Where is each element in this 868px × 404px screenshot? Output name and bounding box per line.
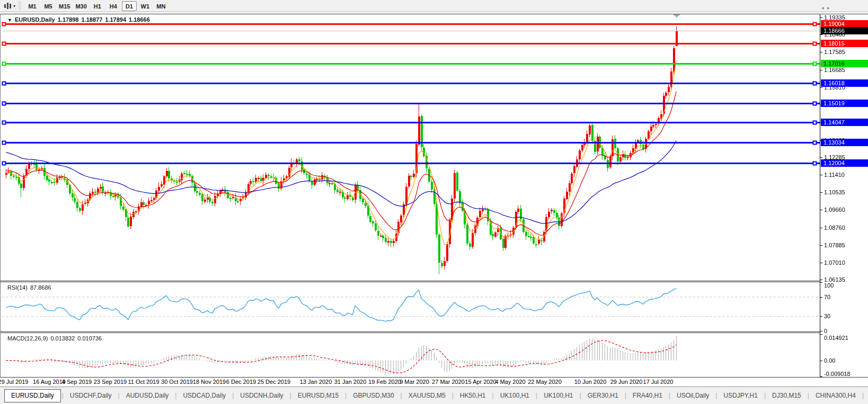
date-label: 25 Dec 2019	[258, 379, 290, 385]
hline-price-label[interactable]: 1.16018	[821, 79, 868, 87]
price-tick-label: 1.10535	[824, 189, 845, 195]
price-tick	[820, 210, 822, 210]
chart-ohlc-header: ▼EURUSD,Daily1.178981.188771.178941.1866…	[7, 16, 150, 23]
date-label: 9 Mar 2020	[400, 379, 429, 385]
timeframe-button-h4[interactable]: H4	[106, 1, 121, 11]
price-tick-label: 1.19335	[824, 14, 845, 21]
tab-scroll-left-icon[interactable]: ◂	[821, 5, 827, 11]
macd-panel-canvas[interactable]	[2, 333, 820, 377]
timeframe-button-h1[interactable]: H1	[90, 1, 105, 11]
date-label: 15 Apr 2020	[465, 379, 496, 385]
date-label: 29 Jul 2019	[0, 379, 28, 385]
price-tick	[820, 175, 822, 175]
price-tick-label: 1.17585	[824, 49, 845, 55]
chart-tab-gbpusd-m30[interactable]: GBPUSD,M30	[347, 389, 400, 402]
chart-shift-marker-icon[interactable]	[673, 14, 680, 17]
price-tick	[820, 70, 822, 70]
date-label: 19 Feb 2020	[368, 379, 401, 385]
timeframe-button-m1[interactable]: M1	[25, 1, 40, 11]
price-tick	[820, 263, 822, 263]
macd-tick	[820, 361, 822, 361]
chart-tool-dropdown-icon[interactable]: ▾	[13, 4, 15, 8]
timeframe-button-m30[interactable]: M30	[73, 1, 88, 11]
timeframe-button-mn[interactable]: MN	[154, 1, 169, 11]
chart-tab-usdchf-daily[interactable]: USDCHF,Daily	[64, 389, 118, 402]
date-label: 18 Nov 2019	[193, 379, 226, 385]
chart-tab-eurusd-daily[interactable]: EURUSD,Daily	[4, 389, 61, 402]
chart-tab-xauusd-m5[interactable]: XAUUSD,M5	[402, 389, 452, 402]
macd-tick-label: -0.009018	[824, 371, 851, 377]
date-label: 30 Oct 2019	[161, 379, 193, 385]
price-tick-label: 1.07010	[824, 259, 845, 266]
chart-tab-uk100-h1[interactable]: UK100,H1	[494, 389, 536, 402]
hline-price-label[interactable]: 1.18015	[821, 40, 868, 47]
chart-tab-audusd-daily[interactable]: AUDUSD,Daily	[120, 389, 175, 402]
price-chart-canvas[interactable]	[2, 14, 820, 281]
open-value: 1.17898	[58, 16, 79, 23]
chart-tab-eurusd-m15[interactable]: EURUSD,M15	[291, 389, 345, 402]
date-label: 17 Jul 2020	[643, 379, 674, 385]
date-label: 16 Aug 2019	[33, 379, 66, 385]
symbol-dropdown-icon[interactable]: ▼	[7, 17, 12, 23]
rsi-tick	[820, 331, 822, 331]
price-tick	[820, 245, 822, 246]
date-label: 13 Jan 2020	[300, 379, 332, 385]
rsi-panel-canvas[interactable]	[2, 282, 820, 331]
tab-separator: |	[862, 392, 864, 399]
price-tick-label: 1.11410	[824, 172, 845, 178]
price-axis[interactable]: 1.193351.184601.175851.166851.158101.149…	[820, 14, 868, 377]
date-label: 4 Sep 2019	[62, 379, 92, 385]
timeframe-toolbar: ▾ M1 M5 M15 M30 H1 H4 D1 W1 MN	[0, 0, 868, 12]
hline-price-label[interactable]: 1.17016	[821, 60, 868, 67]
chart-tab-china300-h4[interactable]: CHINA300,H4	[809, 389, 862, 402]
chart-tab-usdcnh-daily[interactable]: USDCNH,Daily	[234, 389, 289, 402]
hline-price-label[interactable]: 1.13034	[821, 139, 868, 146]
timeframe-button-d1[interactable]: D1	[122, 1, 137, 11]
low-value: 1.17894	[105, 16, 126, 23]
timeframe-button-m5[interactable]: M5	[41, 1, 56, 11]
chart-tab-usdjpy-h1[interactable]: USDJPY,H1	[717, 389, 764, 402]
chart-tab-dj30-m15[interactable]: DJ30,M15	[766, 389, 808, 402]
chart-tab-ger30-h1[interactable]: GER30,H1	[581, 389, 625, 402]
price-tick	[820, 34, 822, 35]
price-tick	[820, 228, 822, 228]
chart-tool-icon[interactable]	[2, 2, 13, 10]
macd-indicator-label: MACD(12,26,9)0.0138320.010736	[7, 335, 102, 342]
tab-scroll-right-icon[interactable]: ▸	[827, 5, 833, 11]
rsi-tick	[820, 297, 822, 298]
close-value: 1.18666	[129, 16, 150, 23]
hline-price-label[interactable]: 1.15019	[821, 100, 868, 107]
chart-tab-usdcad-daily[interactable]: USDCAD,Daily	[176, 389, 232, 402]
date-label: 11 Oct 2019	[128, 379, 159, 385]
date-label: 6 Dec 2019	[226, 379, 256, 385]
price-tick	[820, 280, 822, 280]
date-label: 31 Jan 2020	[334, 379, 367, 385]
rsi-tick	[820, 316, 822, 317]
hline-price-label[interactable]: 1.14047	[821, 119, 868, 126]
chart-tab-usoil-daily[interactable]: USOil,Daily	[670, 389, 715, 402]
macd-main-value: 0.013832	[50, 335, 75, 342]
rsi-indicator-label: RSI(14)87.8686	[7, 284, 51, 291]
timeframe-button-w1[interactable]: W1	[138, 1, 153, 11]
price-tick	[820, 17, 822, 18]
rsi-current-value: 87.8686	[30, 284, 51, 291]
price-tick-label: 1.07885	[824, 242, 845, 248]
timeframe-button-m15[interactable]: M15	[57, 1, 72, 11]
rsi-tick-label: 0	[824, 328, 827, 334]
price-tick	[820, 52, 822, 52]
date-label: 4 May 2020	[495, 379, 525, 385]
time-axis[interactable]: 29 Jul 201916 Aug 20194 Sep 201923 Sep 2…	[0, 378, 868, 387]
hline-price-label[interactable]: 1.12004	[821, 159, 868, 167]
toolbar-grip-handle[interactable]	[19, 2, 21, 10]
date-label: 27 Mar 2020	[432, 379, 465, 385]
date-label: 10 Jun 2020	[574, 379, 607, 385]
chart-tab-fra40-h1[interactable]: FRA40,H1	[626, 389, 669, 402]
rsi-tick	[820, 282, 822, 283]
chart-tab-bar: EURUSD,Daily|USDCHF,Daily|AUDUSD,Daily|U…	[0, 387, 868, 404]
symbol-period-label: EURUSD,Daily	[15, 16, 55, 23]
price-tick-label: 1.16685	[824, 67, 845, 73]
chart-tab-hk50-h1[interactable]: HK50,H1	[454, 389, 492, 402]
macd-tick-label: 0.014921	[824, 335, 848, 341]
chart-tab-uk100-h1[interactable]: UK100,H1	[537, 389, 579, 402]
tab-scroll-arrows: ◂▸	[821, 5, 833, 11]
